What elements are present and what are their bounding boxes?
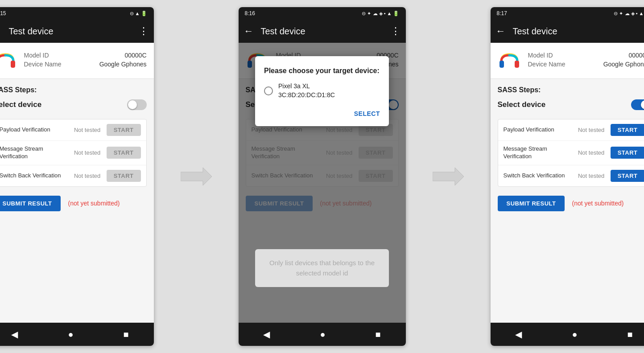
status-icons-3: ⊝ ✦ ☁ ◈ • ▲ 🔋 <box>614 11 644 16</box>
svg-rect-7 <box>515 61 519 68</box>
payload-status-3: Not tested <box>576 127 607 133</box>
stream-status-1: Not tested <box>72 149 103 156</box>
svg-marker-2 <box>181 168 212 185</box>
modal-hint-2: Only list devices that belongs to the se… <box>255 249 389 287</box>
submit-row-1: SUBMIT RESULT (not yet submitted) <box>0 196 147 211</box>
nav-home-3[interactable]: ● <box>572 329 577 340</box>
stream-label-1: Message StreamVerification <box>0 145 68 160</box>
arrow-2 <box>433 165 464 188</box>
test-row-switch-3: Switch Back Verification Not tested STAR… <box>498 165 644 186</box>
device-name-row-1: Device Name Google Gphones <box>24 61 147 68</box>
sass-label-1: SASS Steps: <box>0 86 147 94</box>
test-row-payload-1: Payload Verification Not tested START <box>0 119 146 141</box>
nav-recents-2[interactable]: ■ <box>375 329 380 340</box>
back-button-1[interactable]: ← <box>0 25 2 37</box>
model-id-row-1: Model ID 00000C <box>24 52 147 59</box>
switch-label-1: Switch Back Verification <box>0 172 68 180</box>
submit-btn-3[interactable]: SUBMIT RESULT <box>498 196 565 211</box>
toggle-thumb-3 <box>641 100 644 109</box>
status-bar-3: 8:17 ⊝ ✦ ☁ ◈ • ▲ 🔋 <box>491 7 644 20</box>
page-title-1: Test device <box>9 26 139 37</box>
bottom-nav-2: ◀ ● ■ <box>239 323 406 346</box>
submit-row-3: SUBMIT RESULT (not yet submitted) <box>498 196 644 211</box>
svg-rect-1 <box>11 61 15 68</box>
bottom-nav-3: ◀ ● ■ <box>491 323 644 346</box>
status-icons-1: ⊝ ▲ 🔋 <box>130 11 148 16</box>
battery-icon-2: ⊝ ✦ ☁ ◈ • ▲ 🔋 <box>362 11 399 16</box>
radio-button-2[interactable] <box>264 86 273 95</box>
arrow-1 <box>181 165 212 188</box>
switch-status-1: Not tested <box>72 172 103 179</box>
more-menu-2[interactable]: ⋮ <box>391 25 400 37</box>
toggle-1[interactable] <box>127 99 147 110</box>
not-submitted-3: (not yet submitted) <box>572 200 623 207</box>
toggle-thumb-1 <box>128 100 137 109</box>
modal-title-2: Please choose your target device: <box>264 67 380 75</box>
switch-start-btn-1[interactable]: START <box>107 170 141 182</box>
arrow-icon-1 <box>181 165 212 188</box>
time-3: 8:17 <box>497 10 507 16</box>
payload-status-1: Not tested <box>72 127 103 133</box>
modal-overlay-2: Please choose your target device: Pixel … <box>239 43 406 323</box>
phone-3: 8:17 ⊝ ✦ ☁ ◈ • ▲ 🔋 ← Test device ⋮ Model… <box>491 7 644 346</box>
nav-recents-1[interactable]: ■ <box>123 329 128 340</box>
bottom-nav-1: ◀ ● ■ <box>0 323 154 346</box>
not-submitted-1: (not yet submitted) <box>68 200 120 207</box>
arrow-icon-2 <box>433 165 464 188</box>
device-card-1: Model ID 00000C Device Name Google Gphon… <box>0 43 154 79</box>
select-device-row-3: Select device <box>498 99 644 110</box>
submit-btn-1[interactable]: SUBMIT RESULT <box>0 196 61 211</box>
payload-start-btn-1[interactable]: START <box>107 124 141 136</box>
back-button-3[interactable]: ← <box>496 25 506 37</box>
test-row-switch-1: Switch Back Verification Not tested STAR… <box>0 165 146 186</box>
svg-rect-6 <box>500 61 504 68</box>
nav-back-3[interactable]: ◀ <box>515 329 522 340</box>
model-id-label-3: Model ID <box>528 52 553 59</box>
model-id-label-1: Model ID <box>24 52 49 59</box>
select-device-label-3: Select device <box>498 100 546 109</box>
select-device-row-1: Select device <box>0 99 147 110</box>
modal-device-option-2[interactable]: Pixel 3a XL 3C:8D:20:DC:D1:8C <box>264 82 380 99</box>
test-row-stream-3: Message StreamVerification Not tested ST… <box>498 141 644 165</box>
switch-start-btn-3[interactable]: START <box>611 170 644 182</box>
main-content-3: SASS Steps: Select device Payload Verifi… <box>491 79 644 323</box>
back-button-2[interactable]: ← <box>244 25 254 37</box>
status-icons-2: ⊝ ✦ ☁ ◈ • ▲ 🔋 <box>362 11 399 16</box>
payload-start-btn-3[interactable]: START <box>611 124 644 136</box>
page-title-3: Test device <box>513 26 643 37</box>
battery-icon-1: ⊝ ▲ 🔋 <box>130 11 148 16</box>
nav-back-1[interactable]: ◀ <box>11 329 18 340</box>
stream-start-btn-1[interactable]: START <box>107 147 141 159</box>
nav-home-2[interactable]: ● <box>320 329 325 340</box>
select-device-label-1: Select device <box>0 100 41 109</box>
test-rows-3: Payload Verification Not tested START Me… <box>498 119 644 187</box>
nav-back-2[interactable]: ◀ <box>263 329 270 340</box>
select-btn-2[interactable]: SELECT <box>354 107 380 121</box>
stream-label-3: Message StreamVerification <box>504 145 572 160</box>
nav-home-1[interactable]: ● <box>68 329 73 340</box>
status-bar-2: 8:16 ⊝ ✦ ☁ ◈ • ▲ 🔋 <box>239 7 406 20</box>
app-container: 12:15 ⊝ ▲ 🔋 ← Test device ⋮ Model ID <box>0 0 644 353</box>
sass-label-3: SASS Steps: <box>498 86 644 94</box>
device-info-3: Model ID 00000C Device Name Google Gphon… <box>528 52 644 70</box>
stream-start-btn-3[interactable]: START <box>611 147 644 159</box>
device-card-3: Model ID 00000C Device Name Google Gphon… <box>491 43 644 79</box>
modal-actions-2: SELECT <box>264 107 380 121</box>
top-bar-1: ← Test device ⋮ <box>0 20 154 43</box>
nav-recents-3[interactable]: ■ <box>627 329 632 340</box>
battery-icon-3: ⊝ ✦ ☁ ◈ • ▲ 🔋 <box>614 11 644 16</box>
device-name-value-3: Google Gphones <box>603 61 644 68</box>
phone-2: 8:16 ⊝ ✦ ☁ ◈ • ▲ 🔋 ← Test device ⋮ Model… <box>239 7 406 346</box>
main-content-1: SASS Steps: Select device Payload Verifi… <box>0 79 154 323</box>
payload-label-3: Payload Verification <box>504 126 572 134</box>
page-title-2: Test device <box>261 26 391 37</box>
more-menu-3[interactable]: ⋮ <box>643 25 644 37</box>
toggle-3[interactable] <box>631 99 644 110</box>
more-menu-1[interactable]: ⋮ <box>139 25 149 37</box>
stream-status-3: Not tested <box>576 149 607 156</box>
device-name-value-1: Google Gphones <box>99 61 147 68</box>
phone-1: 12:15 ⊝ ▲ 🔋 ← Test device ⋮ Model ID <box>0 7 154 346</box>
top-bar-3: ← Test device ⋮ <box>491 20 644 43</box>
model-id-value-3: 00000C <box>628 52 644 59</box>
status-bar-1: 12:15 ⊝ ▲ 🔋 <box>0 7 154 20</box>
